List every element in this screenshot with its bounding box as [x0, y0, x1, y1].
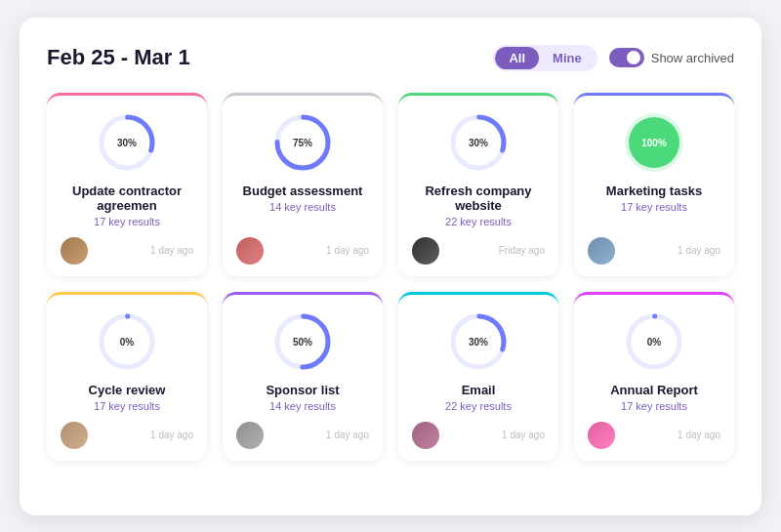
- page-title: Feb 25 - Mar 1: [47, 45, 190, 70]
- card-chart: 30%: [447, 310, 510, 373]
- card-time: Friday ago: [499, 245, 545, 256]
- card-time: 1 day ago: [326, 245, 369, 256]
- toggle-container: Show archived: [609, 48, 734, 67]
- card-subtitle: 14 key results: [269, 400, 336, 412]
- card-subtitle: 14 key results: [269, 201, 336, 213]
- avatar: [588, 422, 615, 449]
- svg-text:75%: 75%: [293, 138, 312, 148]
- card-subtitle: 17 key results: [621, 400, 687, 412]
- svg-text:0%: 0%: [120, 337, 135, 348]
- card-chart: 100%: [623, 111, 685, 174]
- card-time: 1 day ago: [502, 430, 545, 440]
- card-chart: 0%: [623, 310, 685, 373]
- filter-all-button[interactable]: All: [495, 47, 539, 69]
- card-time: 1 day ago: [326, 430, 369, 440]
- avatar: [412, 422, 439, 449]
- card-card-8[interactable]: 0% Annual Report 17 key results 1 day ag…: [574, 292, 734, 461]
- card-subtitle: 17 key results: [94, 400, 160, 412]
- app-container: Feb 25 - Mar 1 All Mine Show archived 30…: [20, 18, 761, 515]
- card-title: Update contractor agreemen: [61, 184, 193, 213]
- card-footer: 1 day ago: [236, 422, 369, 449]
- card-footer: 1 day ago: [588, 422, 720, 449]
- card-footer: 1 day ago: [588, 237, 720, 265]
- card-card-7[interactable]: 30% Email 22 key results 1 day ago: [398, 292, 558, 461]
- avatar: [412, 237, 439, 265]
- svg-text:30%: 30%: [469, 337, 488, 348]
- card-time: 1 day ago: [678, 245, 720, 256]
- filter-mine-button[interactable]: Mine: [539, 47, 596, 69]
- card-footer: 1 day ago: [236, 237, 369, 265]
- card-subtitle: 22 key results: [445, 216, 512, 227]
- card-footer: 1 day ago: [61, 237, 193, 265]
- svg-text:100%: 100%: [641, 138, 667, 148]
- card-card-6[interactable]: 50% Sponsor list 14 key results 1 day ag…: [223, 292, 383, 461]
- card-subtitle: 17 key results: [94, 216, 160, 227]
- card-chart: 30%: [447, 111, 510, 174]
- svg-text:0%: 0%: [647, 337, 662, 348]
- avatar: [236, 422, 264, 449]
- card-chart: 50%: [271, 310, 334, 373]
- card-title: Email: [462, 383, 496, 397]
- card-title: Marketing tasks: [606, 184, 702, 198]
- avatar: [61, 422, 88, 449]
- card-card-3[interactable]: 30% Refresh company website 22 key resul…: [398, 93, 558, 276]
- header: Feb 25 - Mar 1 All Mine Show archived: [47, 45, 734, 71]
- card-time: 1 day ago: [150, 430, 193, 440]
- card-time: 1 day ago: [150, 245, 193, 256]
- card-footer: 1 day ago: [61, 422, 193, 449]
- card-card-1[interactable]: 30% Update contractor agreemen 17 key re…: [47, 93, 207, 276]
- avatar: [588, 237, 615, 265]
- show-archived-toggle[interactable]: [609, 48, 644, 67]
- svg-text:30%: 30%: [117, 138, 137, 148]
- card-card-4[interactable]: 100% Marketing tasks 17 key results 1 da…: [574, 93, 734, 276]
- cards-grid: 30% Update contractor agreemen 17 key re…: [47, 93, 734, 461]
- avatar: [236, 237, 264, 265]
- toggle-label: Show archived: [651, 51, 734, 65]
- card-time: 1 day ago: [678, 430, 720, 440]
- card-chart: 75%: [271, 111, 334, 174]
- svg-text:30%: 30%: [469, 138, 488, 148]
- card-chart: 0%: [96, 310, 158, 373]
- card-subtitle: 17 key results: [621, 201, 687, 213]
- card-title: Budget assessment: [243, 184, 363, 198]
- card-card-2[interactable]: 75% Budget assessment 14 key results 1 d…: [223, 93, 383, 276]
- avatar: [61, 237, 88, 265]
- card-footer: 1 day ago: [412, 422, 545, 449]
- header-controls: All Mine Show archived: [493, 45, 734, 71]
- card-title: Cycle review: [89, 383, 166, 397]
- card-footer: Friday ago: [412, 237, 545, 265]
- card-title: Annual Report: [610, 383, 698, 397]
- card-chart: 30%: [96, 111, 158, 174]
- card-title: Refresh company website: [412, 184, 545, 213]
- svg-text:50%: 50%: [293, 337, 312, 348]
- card-title: Sponsor list: [266, 383, 339, 397]
- filter-group: All Mine: [493, 45, 596, 71]
- card-card-5[interactable]: 0% Cycle review 17 key results 1 day ago: [47, 292, 207, 461]
- card-subtitle: 22 key results: [445, 400, 512, 412]
